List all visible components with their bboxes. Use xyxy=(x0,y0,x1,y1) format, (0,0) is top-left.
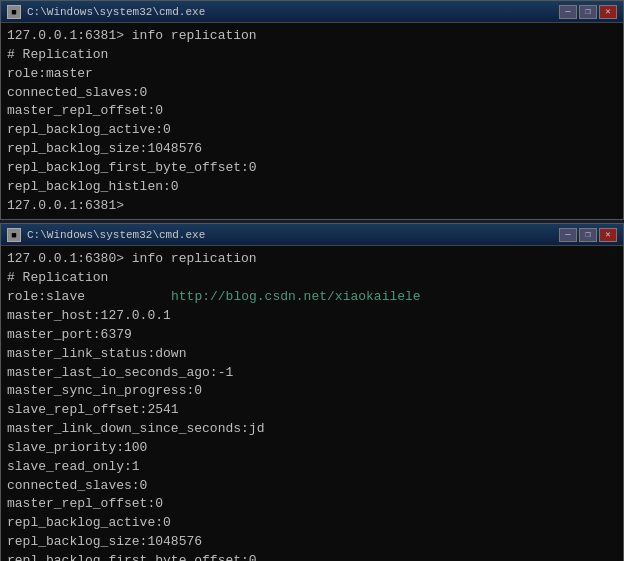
close-btn-1[interactable]: ✕ xyxy=(599,5,617,19)
window-title-1: C:\Windows\system32\cmd.exe xyxy=(27,6,205,18)
terminal-line-2-8: slave_repl_offset:2541 xyxy=(7,402,179,417)
cmd-window-2: ■ C:\Windows\system32\cmd.exe — ❐ ✕ 127.… xyxy=(0,223,624,561)
terminal-line-2-7: master_sync_in_progress:0 xyxy=(7,383,202,398)
minimize-btn-1[interactable]: — xyxy=(559,5,577,19)
title-bar-2: ■ C:\Windows\system32\cmd.exe — ❐ ✕ xyxy=(1,224,623,246)
terminal-line-2-4: master_port:6379 xyxy=(7,327,132,342)
terminal-line-2-6: master_last_io_seconds_ago:-1 xyxy=(7,365,233,380)
cmd-icon-1: ■ xyxy=(7,5,21,19)
terminal-body-1: 127.0.0.1:6381> info replication # Repli… xyxy=(1,23,623,219)
terminal-line-1-5: repl_backlog_active:0 xyxy=(7,122,171,137)
restore-btn-2[interactable]: ❐ xyxy=(579,228,597,242)
close-btn-2[interactable]: ✕ xyxy=(599,228,617,242)
terminal-body-2: 127.0.0.1:6380> info replication # Repli… xyxy=(1,246,623,561)
terminal-line-1-6: repl_backlog_size:1048576 xyxy=(7,141,202,156)
window-buttons-2: — ❐ ✕ xyxy=(559,228,617,242)
terminal-line-2-13: master_repl_offset:0 xyxy=(7,496,163,511)
terminal-line-2-16: repl_backlog_first_byte_offset:0 xyxy=(7,553,257,561)
window-buttons-1: — ❐ ✕ xyxy=(559,5,617,19)
terminal-line-1-7: repl_backlog_first_byte_offset:0 xyxy=(7,160,257,175)
minimize-btn-2[interactable]: — xyxy=(559,228,577,242)
window-title-2: C:\Windows\system32\cmd.exe xyxy=(27,229,205,241)
terminal-line-2-1: # Replication xyxy=(7,270,108,285)
terminal-line-2-15: repl_backlog_size:1048576 xyxy=(7,534,202,549)
terminal-line-2-10: slave_priority:100 xyxy=(7,440,147,455)
title-bar-left-2: ■ C:\Windows\system32\cmd.exe xyxy=(7,228,205,242)
terminal-line-2-11: slave_read_only:1 xyxy=(7,459,140,474)
terminal-line-1-4: master_repl_offset:0 xyxy=(7,103,163,118)
title-bar-1: ■ C:\Windows\system32\cmd.exe — ❐ ✕ xyxy=(1,1,623,23)
cmd-icon-2: ■ xyxy=(7,228,21,242)
terminal-line-1-8: repl_backlog_histlen:0 xyxy=(7,179,179,194)
restore-btn-1[interactable]: ❐ xyxy=(579,5,597,19)
watermark-1: http://blog.csdn.net/xiaokailele xyxy=(171,288,421,307)
terminal-line-1-1: # Replication xyxy=(7,47,108,62)
terminal-line-2-14: repl_backlog_active:0 xyxy=(7,515,171,530)
cmd-window-1: ■ C:\Windows\system32\cmd.exe — ❐ ✕ 127.… xyxy=(0,0,624,220)
terminal-line-1-9: 127.0.0.1:6381> xyxy=(7,198,124,213)
terminal-line-2-0: 127.0.0.1:6380> info replication xyxy=(7,251,257,266)
terminal-line-2-2: role:slave xyxy=(7,289,85,304)
terminal-line-1-0: 127.0.0.1:6381> info replication xyxy=(7,28,257,43)
title-bar-left-1: ■ C:\Windows\system32\cmd.exe xyxy=(7,5,205,19)
terminal-line-2-5: master_link_status:down xyxy=(7,346,186,361)
terminal-line-1-2: role:master xyxy=(7,66,93,81)
terminal-line-2-12: connected_slaves:0 xyxy=(7,478,147,493)
terminal-line-2-9: master_link_down_since_seconds:jd xyxy=(7,421,264,436)
terminal-line-1-3: connected_slaves:0 xyxy=(7,85,147,100)
terminal-line-2-3: master_host:127.0.0.1 xyxy=(7,308,171,323)
